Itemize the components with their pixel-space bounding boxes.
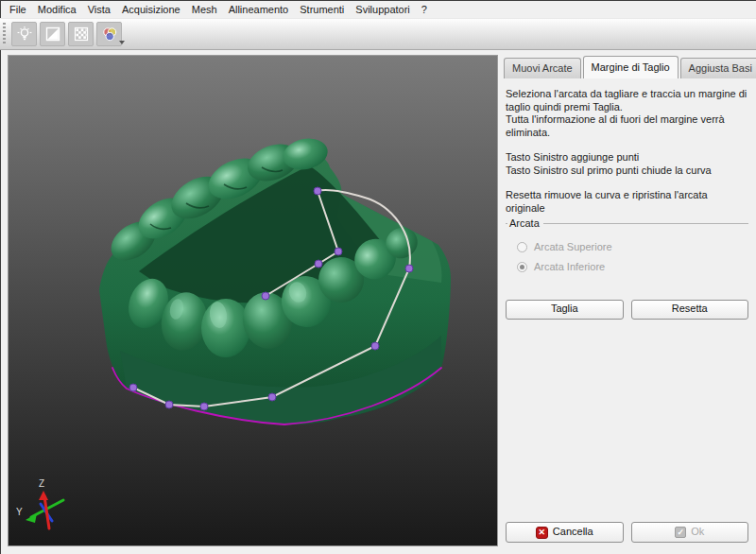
toolbar xyxy=(0,18,756,50)
menu-sviluppatori[interactable]: Sviluppatori xyxy=(350,1,415,18)
action-buttons: Taglia Resetta xyxy=(506,300,748,320)
tab-muovi-arcate[interactable]: Muovi Arcate xyxy=(504,58,581,78)
cancel-x-icon: ✕ xyxy=(536,527,548,539)
radio-arcata-inferiore[interactable]: Arcata Inferiore xyxy=(517,261,748,274)
menu-vista[interactable]: Vista xyxy=(82,1,116,18)
texture-icon xyxy=(74,26,89,42)
radio-label: Arcata Superiore xyxy=(534,241,612,254)
arcata-groupbox: Arcata Arcata Superiore Arcata Inferiore xyxy=(506,217,748,286)
axis-z-label: Z xyxy=(39,478,44,489)
colors-icon xyxy=(101,26,118,43)
texture-toggle-button[interactable] xyxy=(68,22,94,46)
menu-file[interactable]: File xyxy=(4,1,32,18)
instruction-left-click-close: Tasto Sinistro sul primo punti chiude la… xyxy=(506,164,748,178)
instruction-select-arch: Seleziona l'arcata da tagliare e traccia… xyxy=(506,88,748,113)
ok-label: Ok xyxy=(691,526,704,539)
taglia-button[interactable]: Taglia xyxy=(506,300,624,320)
dialog-buttons: ✕ Cancella ✓ Ok xyxy=(506,522,748,543)
light-toggle-button[interactable] xyxy=(11,22,37,46)
3d-viewport[interactable]: Z Y xyxy=(8,55,498,546)
menu-bar: File Modifica Vista Acquisizione Mesh Al… xyxy=(0,0,756,18)
arcata-legend: Arcata xyxy=(507,217,543,231)
tab-bar: Muovi Arcate Margine di Taglio Aggiusta … xyxy=(504,55,756,78)
menu-acquisizione[interactable]: Acquisizione xyxy=(116,1,186,18)
menu-mesh[interactable]: Mesh xyxy=(186,1,223,18)
radio-circle-icon xyxy=(517,242,527,252)
tab-margine-di-taglio[interactable]: Margine di Taglio xyxy=(583,56,679,78)
contrast-icon xyxy=(45,26,60,42)
menu-allineamento[interactable]: Allineamento xyxy=(223,1,295,18)
menu-help[interactable]: ? xyxy=(416,1,433,18)
instruction-reset: Resetta rimuove la curva e ripristina l'… xyxy=(506,189,748,215)
dropdown-arrow-icon[interactable] xyxy=(119,41,125,44)
ok-button[interactable]: ✓ Ok xyxy=(631,522,749,543)
radio-arcata-superiore[interactable]: Arcata Superiore xyxy=(517,241,748,254)
contrast-toggle-button[interactable] xyxy=(40,22,65,46)
ok-check-icon: ✓ xyxy=(675,527,686,538)
light-bulb-icon xyxy=(16,26,33,43)
menu-strumenti[interactable]: Strumenti xyxy=(294,1,350,18)
tab-content: Seleziona l'arcata da tagliare e traccia… xyxy=(504,78,756,545)
radio-circle-checked-icon xyxy=(517,262,527,272)
tab-aggiusta-basi[interactable]: Aggiusta Basi xyxy=(680,58,756,78)
instruction-left-click-add: Tasto Sinistro aggiunge punti xyxy=(506,151,748,164)
axis-y-label: Y xyxy=(16,507,23,517)
color-mode-button[interactable] xyxy=(96,22,122,46)
resetta-button[interactable]: Resetta xyxy=(631,300,749,320)
radio-label: Arcata Inferiore xyxy=(534,261,605,274)
menu-modifica[interactable]: Modifica xyxy=(32,1,82,18)
margin-tool-panel: Muovi Arcate Margine di Taglio Aggiusta … xyxy=(504,55,756,545)
cancella-label: Cancella xyxy=(553,526,593,539)
instruction-outside-removed: Tutta l'informazione al di fuori del mar… xyxy=(506,113,748,139)
cancella-button[interactable]: ✕ Cancella xyxy=(506,522,624,543)
toolbar-grip-handle[interactable] xyxy=(3,23,6,45)
